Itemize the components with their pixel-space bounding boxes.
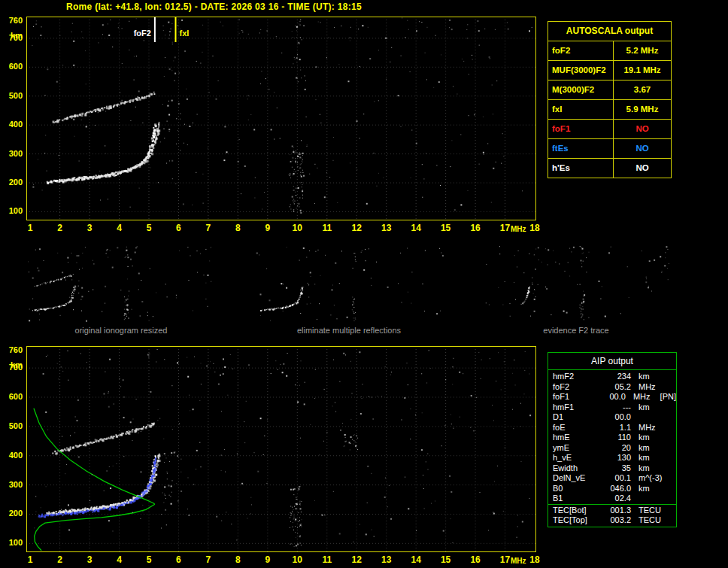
top-ionogram-canvas: foF2fxI (26, 17, 536, 220)
autoscala-row-value: NO (614, 120, 671, 138)
x-tick-label: 2 (52, 223, 68, 233)
aip-val: 00.1 (598, 473, 631, 484)
aip-unit: km (631, 372, 664, 382)
x-tick-label: 3 (81, 554, 98, 565)
aip-tec-rows: TEC[Bot]001.3TECUTEC[Top]003.2TECU (548, 504, 676, 527)
thumbnail-evidence-f2-trace-canvas (481, 245, 671, 322)
aip-row-d1: D100.0 (548, 412, 676, 423)
y-tick-label: 300 (3, 480, 23, 489)
x-tick-label: 8 (229, 554, 246, 565)
aip-val: 234 (598, 372, 631, 382)
aip-row-hmf2: hmF2234km (548, 372, 676, 382)
aip-row-fof1: foF100.0MHz[PN] (548, 392, 676, 402)
autoscala-row-muf3000f2: MUF(3000)F219.1 MHz (548, 60, 671, 80)
x-tick-label: 17 (497, 554, 514, 565)
thumbnail-eliminate-reflections (254, 245, 444, 322)
autoscala-output-table: AUTOSCALA output foF25.2 MHzMUF(3000)F21… (548, 21, 672, 178)
aip-row-b1: B102.4 (548, 494, 676, 504)
y-tick-label: 100 (3, 206, 23, 215)
aip-label: Ewidth (548, 463, 598, 474)
aip-label: B1 (548, 494, 598, 504)
y-tick-label: 760 (3, 345, 23, 354)
aip-val: 20 (598, 443, 631, 454)
autoscala-row-value: 5.9 MHz (614, 100, 671, 119)
aip-row-foe: foE1.1MHz (548, 423, 676, 433)
aip-note (664, 463, 676, 474)
aip-label: foF2 (548, 382, 598, 393)
autoscala-row-fof2: foF25.2 MHz (548, 41, 671, 60)
autoscala-row-value: 19.1 MHz (614, 61, 671, 80)
aip-output-rows: hmF2234kmfoF205.2MHzfoF100.0MHz[PN]hmF1-… (548, 370, 676, 504)
aip-note (664, 484, 676, 494)
aip-label: h_vE (548, 453, 598, 463)
aip-label: hmF1 (548, 402, 598, 413)
aip-val: 001.3 (598, 506, 631, 516)
thumbnail-eliminate-reflections-canvas (254, 245, 444, 322)
autoscala-row-label: foF1 (548, 120, 614, 138)
x-tick-label: 13 (378, 554, 395, 565)
x-tick-label: 13 (378, 223, 395, 233)
y-tick-label: 200 (3, 178, 23, 187)
autoscala-row-value: 5.2 MHz (614, 41, 671, 60)
aip-unit: m^(-3) (631, 473, 664, 484)
aip-row-yme: ymE20km (548, 443, 676, 454)
y-tick-label: 500 (3, 91, 23, 100)
aip-unit: MHz (626, 392, 657, 402)
autoscala-output-rows: foF25.2 MHzMUF(3000)F219.1 MHzM(3000)F23… (548, 41, 671, 178)
autoscala-row-label: ftEs (548, 139, 614, 158)
x-tick-label: 7 (200, 223, 217, 233)
aip-val: 046.0 (598, 484, 631, 494)
x-tick-label: 2 (52, 554, 68, 565)
aip-label: TEC[Top] (548, 515, 598, 526)
x-tick-label: 16 (467, 223, 484, 233)
autoscala-row-label: foF2 (548, 41, 614, 60)
aip-label: D1 (548, 412, 598, 423)
autoscala-row-value: NO (614, 139, 671, 158)
autoscala-output-header: AUTOSCALA output (548, 22, 671, 41)
autoscala-row-m3000f2: M(3000)F23.67 (548, 80, 671, 99)
autoscala-row-label: MUF(3000)F2 (548, 61, 614, 80)
aip-note (664, 494, 676, 504)
autoscala-row-label: M(3000)F2 (548, 80, 614, 99)
x-tick-label: 7 (200, 554, 217, 565)
y-tick-label: 100 (3, 538, 23, 547)
x-tick-label: 9 (259, 223, 276, 233)
aip-note (664, 453, 676, 463)
thumbnail-original-ionogram (26, 245, 216, 322)
aip-val: 1.1 (598, 423, 631, 433)
x-tick-label: 1 (22, 223, 38, 233)
y-tick-label: 600 (3, 62, 23, 71)
aip-val: 110 (598, 433, 631, 443)
x-tick-label: 5 (141, 223, 157, 233)
autoscala-window: Rome (lat: +41.8, lon: 012.5) - DATE: 20… (0, 0, 728, 568)
aip-val: 35 (598, 463, 631, 474)
x-tick-label: 17 (497, 223, 514, 233)
x-tick-label: 15 (438, 223, 454, 233)
autoscala-row-fof1: foF1NO (548, 119, 671, 138)
aip-val: 00.0 (595, 392, 626, 402)
svg-text:foF2: foF2 (134, 29, 151, 38)
aip-note (664, 433, 676, 443)
aip-row-hmf1: hmF1---km (548, 402, 676, 413)
x-tick-label: 8 (229, 223, 246, 233)
bottom-ionogram-canvas (26, 346, 536, 552)
aip-row-hve: h_vE130km (548, 453, 676, 463)
aip-note (664, 372, 676, 382)
aip-unit: TECU (631, 506, 664, 516)
x-tick-label: 14 (408, 554, 424, 565)
svg-text:fxI: fxI (180, 29, 190, 38)
x-tick-label: 10 (289, 223, 305, 233)
aip-label: hmE (548, 433, 598, 443)
aip-label: ymE (548, 443, 598, 454)
aip-label: hmF2 (548, 372, 598, 382)
aip-unit: MHz (631, 382, 664, 393)
aip-val: 02.4 (598, 494, 631, 504)
aip-label: TEC[Bot] (548, 506, 598, 516)
aip-note (664, 412, 676, 423)
thumbnail-original-ionogram-canvas (26, 245, 216, 322)
x-tick-label: 11 (319, 223, 335, 233)
aip-note (664, 443, 676, 454)
aip-unit: MHz (631, 423, 664, 433)
aip-val: 130 (598, 453, 631, 463)
x-tick-label: 12 (348, 554, 365, 565)
